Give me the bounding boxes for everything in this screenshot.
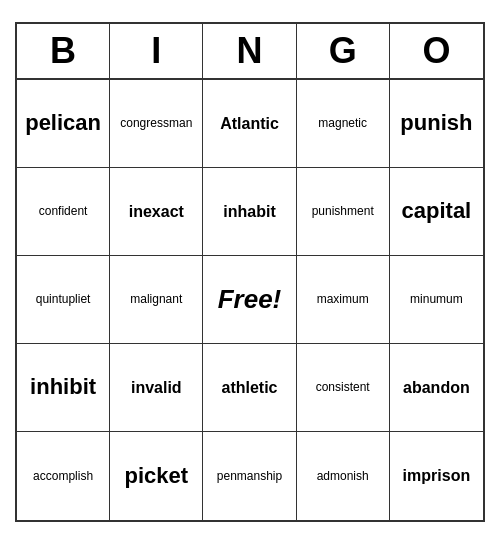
cell-text: malignant <box>130 292 182 306</box>
cell-text: punish <box>400 110 472 136</box>
cell-text: penmanship <box>217 469 282 483</box>
bingo-cell: minumum <box>390 256 483 344</box>
cell-text: imprison <box>403 466 471 485</box>
cell-text: maximum <box>317 292 369 306</box>
bingo-cell: pelican <box>17 80 110 168</box>
bingo-card: BINGO pelicancongressmanAtlanticmagnetic… <box>15 22 485 522</box>
header-letter: I <box>110 24 203 78</box>
bingo-cell: invalid <box>110 344 203 432</box>
bingo-grid: pelicancongressmanAtlanticmagneticpunish… <box>17 80 483 520</box>
bingo-cell: penmanship <box>203 432 296 520</box>
bingo-cell: Free! <box>203 256 296 344</box>
cell-text: picket <box>124 463 188 489</box>
cell-text: punishment <box>312 204 374 218</box>
bingo-cell: imprison <box>390 432 483 520</box>
bingo-cell: inhabit <box>203 168 296 256</box>
cell-text: consistent <box>316 380 370 394</box>
cell-text: Free! <box>218 284 282 315</box>
bingo-cell: consistent <box>297 344 390 432</box>
cell-text: accomplish <box>33 469 93 483</box>
bingo-cell: Atlantic <box>203 80 296 168</box>
cell-text: inhabit <box>223 202 275 221</box>
cell-text: magnetic <box>318 116 367 130</box>
cell-text: quintupliet <box>36 292 91 306</box>
header-letter: B <box>17 24 110 78</box>
bingo-cell: quintupliet <box>17 256 110 344</box>
cell-text: congressman <box>120 116 192 130</box>
header-letter: O <box>390 24 483 78</box>
header-letter: G <box>297 24 390 78</box>
bingo-header: BINGO <box>17 24 483 80</box>
bingo-cell: accomplish <box>17 432 110 520</box>
cell-text: athletic <box>221 378 277 397</box>
bingo-cell: magnetic <box>297 80 390 168</box>
cell-text: minumum <box>410 292 463 306</box>
cell-text: inhibit <box>30 374 96 400</box>
bingo-cell: athletic <box>203 344 296 432</box>
cell-text: admonish <box>317 469 369 483</box>
cell-text: abandon <box>403 378 470 397</box>
bingo-cell: maximum <box>297 256 390 344</box>
cell-text: confident <box>39 204 88 218</box>
bingo-cell: inhibit <box>17 344 110 432</box>
bingo-cell: punishment <box>297 168 390 256</box>
bingo-cell: inexact <box>110 168 203 256</box>
cell-text: Atlantic <box>220 114 279 133</box>
bingo-cell: congressman <box>110 80 203 168</box>
bingo-cell: capital <box>390 168 483 256</box>
bingo-cell: abandon <box>390 344 483 432</box>
bingo-cell: confident <box>17 168 110 256</box>
bingo-cell: admonish <box>297 432 390 520</box>
header-letter: N <box>203 24 296 78</box>
bingo-cell: picket <box>110 432 203 520</box>
cell-text: capital <box>402 198 472 224</box>
cell-text: invalid <box>131 378 182 397</box>
bingo-cell: malignant <box>110 256 203 344</box>
cell-text: inexact <box>129 202 184 221</box>
bingo-cell: punish <box>390 80 483 168</box>
cell-text: pelican <box>25 110 101 136</box>
